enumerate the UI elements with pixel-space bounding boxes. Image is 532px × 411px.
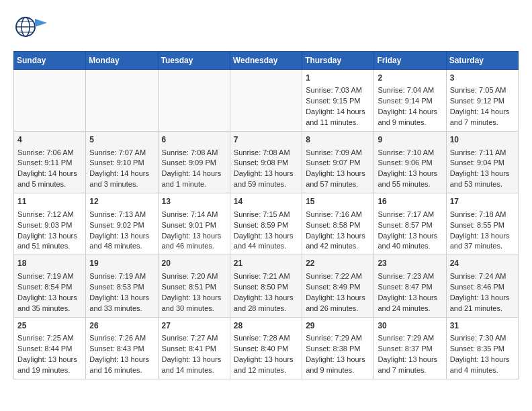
header-saturday: Saturday — [446, 52, 518, 70]
day-info: Sunset: 9:12 PM — [450, 97, 504, 105]
day-info: Sunrise: 7:29 AM — [378, 334, 434, 342]
header-friday: Friday — [374, 52, 446, 70]
day-info: and 59 minutes. — [234, 180, 286, 188]
calendar-cell — [14, 70, 86, 132]
day-number: 5 — [89, 134, 154, 146]
day-info: Sunset: 9:08 PM — [234, 158, 288, 167]
calendar-cell: 7Sunrise: 7:08 AMSunset: 9:08 PMDaylight… — [230, 132, 302, 193]
calendar-cell: 30Sunrise: 7:29 AMSunset: 8:37 PMDayligh… — [374, 317, 446, 379]
day-info: Daylight: 13 hours — [306, 355, 365, 363]
day-info: Sunset: 9:10 PM — [89, 158, 144, 167]
calendar-cell: 23Sunrise: 7:23 AMSunset: 8:47 PMDayligh… — [374, 255, 446, 317]
day-info: and 28 minutes. — [234, 304, 286, 312]
day-info: Sunrise: 7:07 AM — [89, 148, 146, 156]
day-number: 26 — [89, 320, 154, 332]
calendar-cell: 4Sunrise: 7:06 AMSunset: 9:11 PMDaylight… — [14, 132, 86, 193]
day-info: Daylight: 13 hours — [378, 355, 437, 363]
day-info: Sunrise: 7:04 AM — [378, 86, 434, 94]
day-info: Sunset: 8:43 PM — [89, 345, 144, 353]
day-info: and 7 minutes. — [450, 118, 498, 126]
day-info: Daylight: 13 hours — [162, 232, 222, 240]
day-info: Sunrise: 7:19 AM — [89, 272, 146, 280]
day-number: 24 — [450, 258, 515, 269]
day-number: 4 — [17, 134, 82, 146]
day-number: 22 — [306, 258, 370, 269]
day-info: and 55 minutes. — [378, 180, 430, 188]
day-info: Sunset: 8:47 PM — [378, 283, 432, 291]
logo-icon — [13, 13, 47, 40]
day-info: Daylight: 14 hours — [450, 107, 510, 116]
header-monday: Monday — [86, 52, 158, 70]
day-number: 23 — [378, 258, 442, 269]
calendar-cell: 28Sunrise: 7:28 AMSunset: 8:40 PMDayligh… — [230, 317, 302, 379]
day-number: 2 — [378, 73, 442, 84]
logo — [13, 13, 51, 40]
day-number: 3 — [450, 73, 515, 84]
day-info: Daylight: 13 hours — [17, 232, 77, 240]
day-info: Daylight: 13 hours — [89, 293, 149, 302]
day-info: Daylight: 13 hours — [450, 232, 510, 240]
day-number: 7 — [234, 134, 298, 146]
day-info: Sunset: 9:02 PM — [89, 221, 144, 229]
calendar-cell: 1Sunrise: 7:03 AMSunset: 9:15 PMDaylight… — [302, 70, 374, 132]
day-info: and 48 minutes. — [89, 242, 142, 250]
calendar-week-5: 25Sunrise: 7:25 AMSunset: 8:44 PMDayligh… — [14, 317, 519, 379]
day-info: Daylight: 13 hours — [450, 293, 510, 302]
day-info: Sunrise: 7:27 AM — [162, 334, 218, 342]
day-info: Sunset: 8:53 PM — [89, 283, 144, 291]
day-info: and 5 minutes. — [17, 180, 66, 188]
day-info: and 24 minutes. — [378, 304, 430, 312]
calendar-cell: 15Sunrise: 7:16 AMSunset: 8:58 PMDayligh… — [302, 193, 374, 255]
day-info: Sunset: 8:50 PM — [234, 283, 288, 291]
day-number: 17 — [450, 196, 515, 208]
day-info: Daylight: 14 hours — [378, 107, 437, 116]
calendar-cell: 5Sunrise: 7:07 AMSunset: 9:10 PMDaylight… — [86, 132, 158, 193]
calendar-cell: 22Sunrise: 7:22 AMSunset: 8:49 PMDayligh… — [302, 255, 374, 317]
day-info: Sunset: 8:58 PM — [306, 221, 360, 229]
calendar-cell: 17Sunrise: 7:18 AMSunset: 8:55 PMDayligh… — [446, 193, 518, 255]
day-info: and 21 minutes. — [450, 304, 502, 312]
day-info: Sunrise: 7:10 AM — [378, 148, 434, 156]
day-number: 28 — [234, 320, 298, 332]
calendar-cell — [158, 70, 230, 132]
day-info: and 19 minutes. — [17, 366, 70, 374]
day-number: 31 — [450, 320, 515, 332]
calendar-cell: 2Sunrise: 7:04 AMSunset: 9:14 PMDaylight… — [374, 70, 446, 132]
day-number: 25 — [17, 320, 82, 332]
calendar-cell: 3Sunrise: 7:05 AMSunset: 9:12 PMDaylight… — [446, 70, 518, 132]
calendar-cell: 11Sunrise: 7:12 AMSunset: 9:03 PMDayligh… — [14, 193, 86, 255]
day-info: Sunrise: 7:09 AM — [306, 148, 362, 156]
calendar-cell: 27Sunrise: 7:27 AMSunset: 8:41 PMDayligh… — [158, 317, 230, 379]
day-number: 20 — [162, 258, 226, 269]
calendar-cell: 29Sunrise: 7:29 AMSunset: 8:38 PMDayligh… — [302, 317, 374, 379]
day-info: Sunset: 8:44 PM — [17, 345, 72, 353]
day-info: and 9 minutes. — [306, 366, 354, 374]
day-number: 18 — [17, 258, 82, 269]
day-info: Sunset: 8:51 PM — [162, 283, 216, 291]
calendar-cell — [86, 70, 158, 132]
day-info: Sunset: 9:15 PM — [306, 97, 360, 105]
calendar-cell: 14Sunrise: 7:15 AMSunset: 8:59 PMDayligh… — [230, 193, 302, 255]
day-number: 12 — [89, 196, 154, 208]
day-info: and 4 minutes. — [450, 366, 498, 374]
day-info: and 42 minutes. — [306, 242, 358, 250]
calendar-week-2: 4Sunrise: 7:06 AMSunset: 9:11 PMDaylight… — [14, 132, 519, 193]
day-info: Sunset: 8:49 PM — [306, 283, 360, 291]
day-number: 15 — [306, 196, 370, 208]
day-number: 30 — [378, 320, 442, 332]
day-info: Sunrise: 7:19 AM — [17, 272, 74, 280]
day-info: Daylight: 14 hours — [17, 169, 77, 177]
day-number: 6 — [162, 134, 226, 146]
day-info: Sunrise: 7:05 AM — [450, 86, 506, 94]
day-number: 19 — [89, 258, 154, 269]
day-info: and 51 minutes. — [17, 242, 70, 250]
calendar-week-1: 1Sunrise: 7:03 AMSunset: 9:15 PMDaylight… — [14, 70, 519, 132]
day-info: and 11 minutes. — [306, 118, 358, 126]
day-info: Sunset: 8:37 PM — [378, 345, 432, 353]
day-info: Sunrise: 7:08 AM — [162, 148, 218, 156]
day-info: Daylight: 13 hours — [234, 293, 294, 302]
day-info: Sunrise: 7:16 AM — [306, 210, 362, 218]
day-info: Sunrise: 7:18 AM — [450, 210, 506, 218]
day-info: Daylight: 13 hours — [306, 293, 365, 302]
day-info: Sunset: 8:55 PM — [450, 221, 504, 229]
